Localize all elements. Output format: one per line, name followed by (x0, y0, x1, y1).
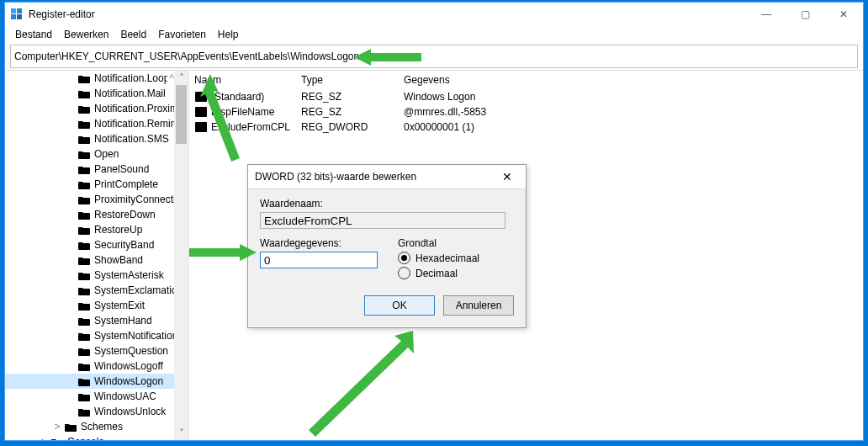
tree-item-label: WindowsUAC (94, 390, 156, 402)
tree-item-notification-loopin[interactable]: Notification.Loopin^ (5, 71, 174, 86)
menu-bestand[interactable]: Bestand (10, 27, 57, 42)
tree-item-systemasterisk[interactable]: SystemAsterisk (5, 268, 174, 283)
tree-item-panelsound[interactable]: PanelSound (5, 162, 174, 177)
tree-item-securityband[interactable]: SecurityBand (5, 237, 174, 252)
tree-item-schemes[interactable]: >Schemes (5, 419, 174, 434)
dialog-titlebar[interactable]: DWORD (32 bits)-waarde bewerken ✕ (248, 165, 526, 189)
value-data: Windows Logon (399, 91, 863, 103)
tree-item-label: SystemHand (94, 315, 152, 327)
tree-item-showband[interactable]: ShowBand (5, 252, 174, 268)
tree-item-printcomplete[interactable]: PrintComplete (5, 177, 174, 192)
tree-item-label: ProximityConnecti (94, 194, 174, 205)
ok-button[interactable]: OK (364, 295, 435, 316)
tree-item-label: WindowsUnlock (94, 406, 166, 417)
col-name[interactable]: Naam (189, 74, 296, 86)
regedit-window: Register-editor — ▢ ✕ Bestand Bewerken B… (4, 2, 864, 441)
tree-item-windowsuac[interactable]: WindowsUAC (5, 389, 174, 404)
tree-item-open[interactable]: Open (5, 146, 174, 162)
radio-decimal[interactable]: Decimaal (398, 267, 479, 279)
address-bar[interactable]: Computer\HKEY_CURRENT_USER\AppEvents\Eve… (10, 45, 858, 68)
column-headers[interactable]: Naam Type Gegevens (189, 71, 863, 89)
tree-item-restoredown[interactable]: RestoreDown (5, 207, 174, 222)
tree-item-label: WindowsLogoff (94, 360, 163, 372)
value-row[interactable]: DispFileNameREG_SZ@mmres.dll,-5853 (189, 104, 863, 119)
tree-item-label: Notification.SMS (94, 133, 169, 145)
tree-item-label: Notification.Loopin (94, 72, 167, 84)
tree-item-label: Notification.Remin (94, 118, 174, 130)
menu-bewerken[interactable]: Bewerken (59, 27, 114, 42)
dialog-title: DWORD (32 bits)-waarde bewerken (255, 171, 495, 183)
radio-dot-icon (398, 252, 410, 264)
cancel-button[interactable]: Annuleren (443, 295, 514, 316)
key-tree[interactable]: Notification.Loopin^Notification.MailNot… (5, 71, 174, 419)
radio-dot-icon (398, 267, 410, 279)
tree-item-notification-remin[interactable]: Notification.Remin (5, 116, 174, 131)
tree-item-notification-sms[interactable]: Notification.SMS (5, 131, 174, 146)
value-type: REG_DWORD (296, 121, 399, 133)
value-data-input[interactable] (260, 252, 378, 268)
dialog-close-button[interactable]: ✕ (495, 170, 519, 183)
tree-item-label: Notification.Proxim (94, 103, 174, 114)
string-value-icon (194, 105, 208, 119)
tree-item-label: SystemNotification (94, 330, 174, 342)
tree-item-systemhand[interactable]: SystemHand (5, 313, 174, 328)
binary-value-icon (194, 120, 208, 134)
scroll-thumb[interactable] (176, 85, 187, 144)
tree-scrollbar[interactable]: ˄ ˅ (174, 71, 188, 440)
value-row[interactable]: ExcludeFromCPLREG_DWORD0x00000001 (1) (189, 119, 863, 135)
tree-item-proximityconnecti[interactable]: ProximityConnecti (5, 192, 174, 207)
minimize-button[interactable]: — (747, 3, 786, 26)
close-button[interactable]: ✕ (824, 3, 863, 26)
string-value-icon (194, 90, 208, 104)
tree-item-windowslogoff[interactable]: WindowsLogoff (5, 358, 174, 374)
maximize-button[interactable]: ▢ (786, 3, 824, 26)
tree-item-label: RestoreDown (94, 209, 156, 220)
value-row[interactable]: (Standaard)REG_SZWindows Logon (189, 89, 863, 104)
value-type: REG_SZ (296, 91, 399, 103)
menu-favorieten[interactable]: Favorieten (153, 27, 211, 42)
radio-hexadecimal[interactable]: Hexadecimaal (398, 252, 479, 264)
scroll-down-button[interactable]: ˅ (174, 426, 188, 440)
tree-item-label: Console (67, 436, 104, 440)
tree-item-label: RestoreUp (94, 224, 142, 236)
expand-icon[interactable]: > (39, 436, 49, 440)
tree-item-console[interactable]: >Console (5, 434, 174, 440)
tree-item-systemexclamation[interactable]: SystemExclamation (5, 283, 174, 298)
svg-rect-2 (11, 14, 16, 19)
tree-item-label: PanelSound (94, 163, 149, 175)
tree-item-label: ShowBand (94, 254, 143, 266)
tree-item-label: PrintComplete (94, 178, 158, 190)
tree-item-label: Schemes (81, 421, 123, 433)
tree-item-windowsunlock[interactable]: WindowsUnlock (5, 404, 174, 419)
tree-item-notification-proxim[interactable]: Notification.Proxim (5, 101, 174, 116)
tree-item-label: Open (94, 148, 119, 160)
base-label: Grondtal (398, 237, 479, 249)
value-name-field (260, 212, 505, 229)
tree-item-label: SystemExclamation (94, 284, 174, 296)
value-name: DispFileName (211, 106, 274, 118)
address-text: Computer\HKEY_CURRENT_USER\AppEvents\Eve… (14, 50, 359, 62)
value-data-label: Waardegegevens: (260, 237, 378, 249)
menu-help[interactable]: Help (213, 27, 244, 42)
col-data[interactable]: Gegevens (399, 74, 863, 86)
tree-item-notification-mail[interactable]: Notification.Mail (5, 86, 174, 101)
value-name: ExcludeFromCPL (211, 121, 290, 133)
tree-item-label: WindowsLogon (94, 375, 163, 387)
tree-item-windowslogon[interactable]: WindowsLogon (5, 374, 174, 389)
tree-item-systemexit[interactable]: SystemExit (5, 298, 174, 313)
svg-rect-0 (11, 8, 16, 13)
value-data: 0x00000001 (1) (399, 121, 863, 133)
tree-item-systemquestion[interactable]: SystemQuestion (5, 343, 174, 358)
value-type: REG_SZ (296, 106, 399, 118)
menu-beeld[interactable]: Beeld (115, 27, 151, 42)
tree-pane: Notification.Loopin^Notification.MailNot… (5, 71, 189, 440)
value-data: @mmres.dll,-5853 (399, 106, 863, 118)
tree-item-label: Notification.Mail (94, 88, 166, 99)
titlebar[interactable]: Register-editor — ▢ ✕ (5, 3, 863, 26)
col-type[interactable]: Type (296, 74, 399, 86)
tree-item-restoreup[interactable]: RestoreUp (5, 222, 174, 237)
expand-icon[interactable]: > (52, 421, 62, 433)
svg-rect-1 (17, 8, 22, 13)
tree-item-systemnotification[interactable]: SystemNotification (5, 328, 174, 343)
scroll-up-button[interactable]: ˄ (174, 71, 188, 85)
